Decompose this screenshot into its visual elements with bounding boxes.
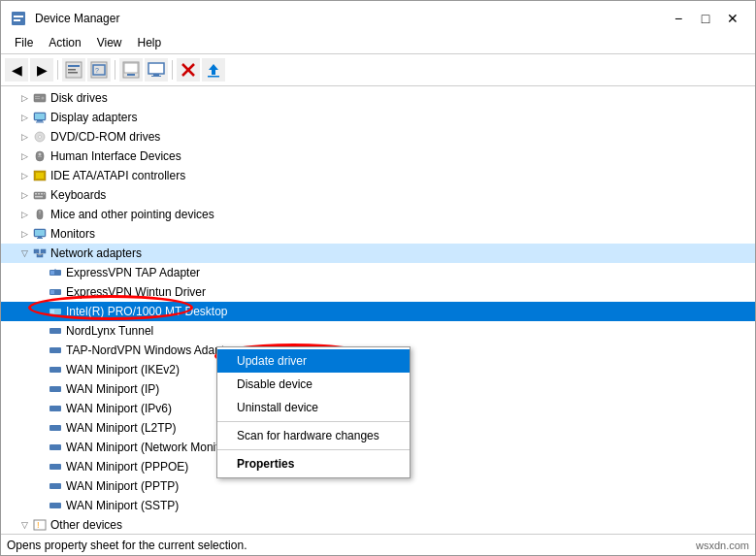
expander-network[interactable]: ▽ [16,245,32,261]
display-button[interactable] [145,58,168,82]
wan-sstp-label: WAN Miniport (SSTP) [66,499,179,512]
maximize-button[interactable]: □ [693,9,718,28]
wan-ip-label: WAN Miniport (IP) [66,382,159,396]
expander[interactable]: ▷ [16,226,32,242]
expander-other[interactable]: ▽ [16,517,32,533]
menu-view[interactable]: View [89,34,130,51]
download-button[interactable] [202,58,225,82]
tree-item-nordlynx[interactable]: ▷ NordLynx Tunnel [1,321,755,341]
remove-button[interactable] [177,58,200,82]
display-adapters-label: Display adapters [50,111,137,124]
back-button[interactable]: ◀ [5,58,28,82]
svg-rect-0 [12,12,25,25]
svg-rect-4 [68,65,80,67]
tree-item-wan-pptp[interactable]: ▷ WAN Miniport (PPTP) [1,476,755,496]
ctx-uninstall-device[interactable]: Uninstall device [217,396,410,419]
expander[interactable]: ▷ [16,148,32,164]
toolbar: ◀ ▶ ? [1,53,755,86]
tree-item-wan-sstp[interactable]: ▷ WAN Miniport (SSTP) [1,496,755,515]
svg-rect-59 [50,310,54,313]
expander[interactable]: ▷ [16,90,32,106]
svg-rect-12 [127,74,135,76]
menu-file[interactable]: File [7,34,41,51]
tree-item-intel-pro[interactable]: ▷ Intel(R) PRO/1000 MT Desktop [1,302,755,321]
expander[interactable]: ▷ [16,187,32,203]
title-bar-controls: − □ ✕ [666,9,745,28]
keyboards-label: Keyboards [50,188,106,202]
tree-item-dvd[interactable]: ▷ DVD/CD-ROM drives [1,127,755,147]
tree-item-disk-drives[interactable]: ▷ Disk drives [1,88,755,108]
svg-rect-1 [14,16,23,17]
ide-icon [32,168,48,183]
svg-rect-26 [36,122,44,123]
expander[interactable]: ▷ [16,110,32,125]
intel-pro-label: Intel(R) PRO/1000 MT Desktop [66,305,228,318]
tree-item-ide[interactable]: ▷ IDE ATA/ATAPI controllers [1,166,755,185]
update-driver-button[interactable]: ? [87,58,111,82]
monitors-icon [32,226,48,242]
svg-rect-65 [49,425,61,431]
wan-ikev2-label: WAN Miniport (IKEv2) [66,363,180,376]
display-adapters-icon [32,110,48,125]
wan-l2tp-icon [48,420,63,436]
svg-rect-37 [38,193,40,195]
monitors-label: Monitors [50,227,95,241]
keyboard-icon [32,187,48,203]
other-devices-label: Other devices [50,518,122,532]
device-manager-window: Device Manager − □ ✕ File Action View He… [0,0,756,556]
ide-label: IDE ATA/ATAPI controllers [50,169,185,182]
svg-rect-34 [36,173,44,179]
svg-rect-68 [49,483,61,489]
svg-point-31 [39,153,42,156]
ctx-properties[interactable]: Properties [217,452,410,475]
wan-sstp-icon [48,498,63,513]
intel-pro-icon [48,304,63,319]
wan-pptp-label: WAN Miniport (PPTP) [66,479,179,493]
svg-rect-66 [49,444,61,450]
expressvpn-tap-icon [48,265,63,280]
svg-rect-5 [68,69,76,71]
menu-action[interactable]: Action [41,34,88,51]
svg-rect-13 [148,63,164,74]
svg-text:!: ! [37,520,40,530]
minimize-button[interactable]: − [666,9,691,28]
window-icon [11,11,26,26]
expander[interactable]: ▷ [16,129,32,145]
title-bar-left: Device Manager [11,11,119,26]
svg-rect-36 [35,193,37,195]
expander[interactable]: ▷ [16,207,32,222]
svg-rect-49 [41,249,46,253]
svg-rect-48 [34,249,39,253]
tree-item-expressvpn-tap[interactable]: ▷ ExpressVPN TAP Adapter [1,263,755,282]
other-devices-icon: ! [32,517,48,533]
svg-rect-27 [35,114,45,119]
expander[interactable]: ▷ [16,168,32,183]
close-button[interactable]: ✕ [720,9,745,28]
svg-rect-70 [34,520,46,530]
properties-button[interactable] [62,58,85,82]
forward-button[interactable]: ▶ [30,58,53,82]
expressvpn-tap-label: ExpressVPN TAP Adapter [66,266,200,279]
tree-item-monitors[interactable]: ▷ Monitors [1,224,755,244]
tree-view[interactable]: ▷ Disk drives ▷ Display adapters ▷ [1,86,755,534]
svg-rect-38 [41,193,43,195]
ctx-disable-device[interactable]: Disable device [217,373,410,396]
svg-rect-54 [50,271,54,275]
ctx-scan-hardware[interactable]: Scan for hardware changes [217,424,410,447]
tree-item-mice[interactable]: ▷ Mice and other pointing devices [1,205,755,224]
status-text: Opens property sheet for the current sel… [7,539,247,552]
menu-help[interactable]: Help [130,34,170,51]
network-adapters-label: Network adapters [50,246,142,260]
tree-item-network-adapters[interactable]: ▽ Network adapters [1,244,755,263]
tree-item-other-devices[interactable]: ▽ ! Other devices [1,515,755,534]
tree-item-hid[interactable]: ▷ Human Interface Devices [1,147,755,166]
ctx-update-driver[interactable]: Update driver [217,349,410,373]
tree-item-display-adapters[interactable]: ▷ Display adapters [1,108,755,127]
scan-changes-button[interactable] [119,58,143,82]
svg-rect-69 [49,503,61,508]
window-title: Device Manager [35,12,119,25]
tree-item-keyboards[interactable]: ▷ Keyboards [1,185,755,205]
svg-rect-61 [49,347,61,353]
tree-item-expressvpn-wintun[interactable]: ▷ ExpressVPN Wintun Driver [1,282,755,302]
wan-pppoe-label: WAN Miniport (PPPOE) [66,460,188,474]
